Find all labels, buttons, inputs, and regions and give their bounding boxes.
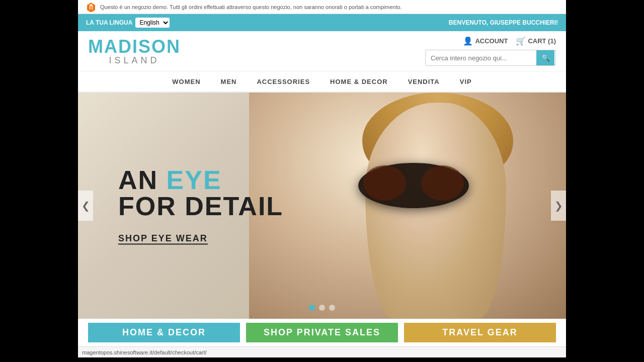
- account-link[interactable]: 👤 ACCOUNT: [463, 36, 508, 46]
- hero-prev-button[interactable]: ❮: [78, 191, 93, 221]
- nav-item-women[interactable]: WOMEN: [172, 73, 200, 90]
- tile-travel-gear[interactable]: TRAVEL GEAR: [404, 323, 556, 342]
- tile-shop-sales[interactable]: SHOP PRIVATE SALES: [246, 323, 398, 342]
- tile-home-decor[interactable]: HOME & DECOR: [88, 323, 240, 342]
- search-button[interactable]: 🔍: [536, 50, 554, 65]
- lang-bar: LA TUA LINGUA English Italiano BENVENUTO…: [78, 14, 566, 31]
- hero-dots: [309, 305, 335, 311]
- announcement-text: Questo è un negozio demo. Tutti gli ordi…: [100, 4, 402, 10]
- status-bar: magentopos.shinesoftware.it/default/chec…: [78, 346, 566, 357]
- search-bar: 🔍: [425, 50, 556, 66]
- magento-icon: [86, 2, 96, 12]
- chevron-right-icon: ❯: [554, 200, 563, 212]
- logo-madison: MADISON: [88, 38, 181, 56]
- lang-section: LA TUA LINGUA English Italiano: [86, 18, 170, 28]
- lang-label: LA TUA LINGUA: [86, 19, 132, 26]
- tile-home-label: HOME & DECOR: [122, 327, 206, 338]
- account-label: ACCOUNT: [475, 37, 508, 45]
- cart-icon: 🛒: [516, 36, 526, 46]
- tile-travel-label: TRAVEL GEAR: [442, 327, 517, 338]
- announcement-bar: Questo è un negozio demo. Tutti gli ordi…: [78, 0, 566, 14]
- hero-banner: ❮ AN EYE FOR DETAIL SHOP EYE WEAR ❯: [78, 93, 566, 319]
- header: MADISON ISLAND 👤 ACCOUNT 🛒 CART (1) 🔍: [78, 31, 566, 71]
- cart-link[interactable]: 🛒 CART (1): [516, 36, 556, 46]
- nav-item-vip[interactable]: VIP: [460, 73, 472, 90]
- status-url: magentopos.shinesoftware.it/default/chec…: [82, 349, 207, 355]
- hero-an-text: AN: [118, 165, 167, 195]
- right-sidebar: [566, 0, 644, 362]
- chevron-left-icon: ❮: [82, 200, 90, 212]
- category-tiles: HOME & DECOR SHOP PRIVATE SALES TRAVEL G…: [78, 319, 566, 346]
- nav-item-vendita[interactable]: VENDITA: [408, 73, 440, 90]
- hero-wrapper: ❮ AN EYE FOR DETAIL SHOP EYE WEAR ❯: [78, 93, 566, 319]
- hero-cta-button[interactable]: SHOP EYE WEAR: [118, 233, 208, 245]
- header-right: 👤 ACCOUNT 🛒 CART (1) 🔍: [425, 36, 556, 66]
- hero-eye-text: EYE: [167, 165, 222, 195]
- magento-logo: [86, 2, 96, 12]
- nav-item-men[interactable]: MEN: [221, 73, 237, 90]
- lang-select[interactable]: English Italiano: [135, 18, 170, 28]
- account-icon: 👤: [463, 36, 473, 46]
- hero-next-button[interactable]: ❯: [551, 191, 566, 221]
- hero-dot-3[interactable]: [329, 305, 335, 311]
- hero-line2: FOR DETAIL: [118, 193, 283, 219]
- hero-dot-2[interactable]: [319, 305, 325, 311]
- header-actions: 👤 ACCOUNT 🛒 CART (1): [463, 36, 556, 46]
- left-sidebar: [0, 0, 78, 362]
- nav-item-home-decor[interactable]: HOME & DECOR: [330, 73, 388, 90]
- site-logo[interactable]: MADISON ISLAND: [88, 38, 181, 65]
- hero-line1: AN EYE: [118, 167, 283, 193]
- tile-sales-label: SHOP PRIVATE SALES: [264, 327, 380, 338]
- hero-content: AN EYE FOR DETAIL SHOP EYE WEAR: [118, 167, 283, 245]
- sunglasses-element: [358, 163, 469, 208]
- hero-image: [249, 93, 567, 319]
- person-head: [365, 103, 506, 319]
- welcome-text: BENVENUTO, GIUSEPPE BUCCHIERI!: [449, 19, 558, 26]
- search-icon: 🔍: [541, 54, 550, 62]
- cart-label: CART (1): [528, 37, 556, 45]
- logo-island: ISLAND: [109, 56, 159, 65]
- nav: WOMEN MEN ACCESSORIES HOME & DECOR VENDI…: [78, 71, 566, 93]
- hero-dot-1[interactable]: [309, 305, 315, 311]
- nav-item-accessories[interactable]: ACCESSORIES: [257, 73, 310, 90]
- search-input[interactable]: [426, 51, 536, 65]
